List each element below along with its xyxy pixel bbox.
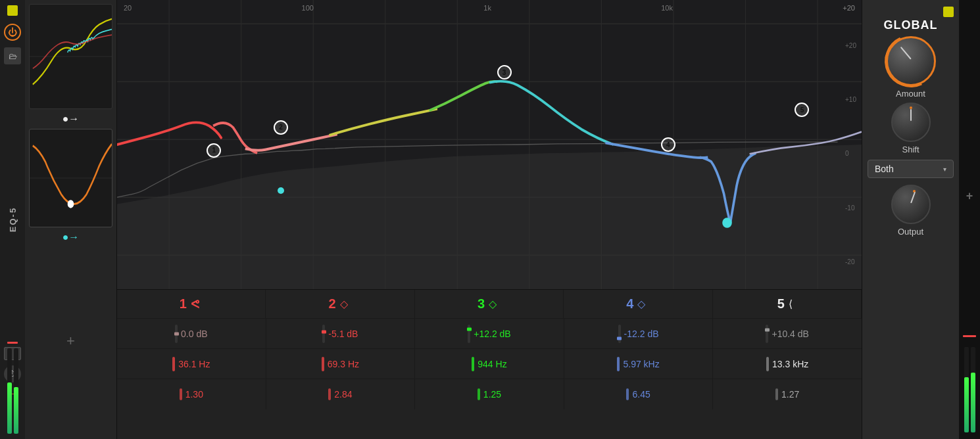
band3-number: 3 [478, 296, 485, 312]
band1-hz-cell[interactable]: 36.1 Hz [117, 349, 266, 379]
band2-db-cell[interactable]: -5.1 dB [266, 319, 416, 348]
band-node-5[interactable]: 5 [795, 103, 809, 117]
band3-icon: ◇ [489, 298, 497, 310]
waveform2-arrow[interactable]: ●→ [29, 230, 112, 244]
shift-knob-container: Shift [891, 103, 931, 154]
band3-q-cell[interactable]: 1.25 [415, 379, 564, 409]
left-clip-indicator [7, 342, 18, 344]
band4-db-cell[interactable]: -12.2 dB [564, 319, 714, 348]
output-knob-container: Output [891, 185, 931, 237]
band2-q-cell[interactable]: 2.84 [266, 379, 416, 409]
right-plus-top[interactable]: + [966, 189, 973, 203]
band5-icon: ⟨ [789, 298, 793, 310]
svg-point-18 [722, 218, 732, 228]
band2-number: 2 [329, 296, 336, 312]
band2-db-value: -5.1 dB [328, 329, 358, 339]
band3-header: 3 ◇ ▾ [415, 290, 564, 318]
band1-header: 1 ᕙ ▾ [117, 290, 266, 318]
band-node-1[interactable]: 1 [207, 143, 221, 158]
right-clip-indicator [963, 335, 976, 337]
band1-hz-value: 36.1 Hz [178, 359, 210, 369]
freq-labels: 20 100 1k 10k +20 [124, 4, 855, 12]
amount-knob[interactable] [886, 36, 936, 86]
band5-header: 5 ⟨ ▾ [713, 290, 862, 318]
band3-q-value: 1.25 [483, 389, 501, 400]
svg-point-2 [68, 200, 74, 208]
left-preview-panel: ●→ ●→ + [25, 0, 117, 439]
band5-db-value: +10.4 dB [772, 329, 808, 339]
yellow-corner-tr [943, 7, 954, 17]
waveform-preview-2 [29, 129, 112, 227]
band4-q-value: 6.45 [632, 389, 650, 400]
band3-db-value: +12.2 dB [474, 329, 510, 339]
band2-q-value: 2.84 [334, 389, 352, 400]
shift-knob[interactable] [891, 103, 931, 142]
band-controls: 1 ᕙ ▾ 2 ◇ ▾ 3 ◇ ▾ 4 ◇ ▾ [117, 289, 862, 439]
output-knob[interactable] [891, 185, 931, 224]
band5-number: 5 [777, 296, 785, 312]
band5-q-value: 1.27 [781, 389, 799, 400]
q-row: 1.30 2.84 1.25 6.45 1.27 [117, 379, 862, 409]
both-dropdown[interactable]: Both ▾ [868, 160, 954, 178]
band-node-2-handle[interactable] [278, 187, 284, 194]
right-global-panel: GLOBAL Amount Shift Both ▾ Ou [862, 0, 959, 439]
band5-q-cell[interactable]: 1.27 [713, 379, 862, 409]
yellow-indicator-top [7, 5, 18, 16]
band4-icon: ◇ [637, 298, 645, 310]
db-labels: +20 +10 0 -10 -20 [845, 18, 856, 289]
waveform-preview-1 [29, 4, 112, 109]
band-node-2[interactable]: 2 [274, 120, 288, 135]
band3-hz-value: 944 Hz [478, 359, 506, 369]
band1-q-cell[interactable]: 1.30 [117, 379, 266, 409]
band-node-4[interactable]: 4 [661, 137, 675, 152]
both-label: Both [875, 164, 894, 174]
band4-header: 4 ◇ ▾ [564, 290, 712, 318]
main-area: 20 100 1k 10k +20 +20 +10 0 -10 -20 [117, 0, 862, 439]
band3-db-cell[interactable]: +12.2 dB [415, 319, 564, 348]
left-sidebar: ⏻ 🗁 EQ-5 ⏱ → [0, 0, 25, 439]
band1-number: 1 [180, 296, 187, 312]
band4-hz-value: 5.97 kHz [623, 359, 659, 369]
global-label: GLOBAL [884, 18, 938, 32]
left-meters [7, 348, 18, 434]
plugin-label: EQ-5 [8, 207, 18, 232]
band-header-row: 1 ᕙ ▾ 2 ◇ ▾ 3 ◇ ▾ 4 ◇ ▾ [117, 290, 862, 319]
band2-hz-value: 69.3 Hz [328, 359, 359, 369]
right-meters [964, 347, 975, 432]
band4-hz-cell[interactable]: 5.97 kHz [564, 349, 714, 379]
waveform1-arrow[interactable]: ●→ [29, 112, 112, 126]
db-row: 0.0 dB -5.1 dB +12.2 dB -12.2 dB +10.4 d… [117, 319, 862, 349]
band-node-3[interactable]: 3 [497, 65, 512, 80]
band4-db-value: -12.2 dB [624, 329, 659, 339]
band3-hz-cell[interactable]: 944 Hz [415, 349, 564, 379]
band4-q-cell[interactable]: 6.45 [564, 379, 714, 409]
band2-hz-cell[interactable]: 69.3 Hz [266, 349, 416, 379]
band1-db-cell[interactable]: 0.0 dB [117, 319, 266, 348]
band1-db-value: 0.0 dB [181, 329, 207, 339]
band1-q-value: 1.30 [185, 389, 203, 400]
band1-icon: ᕙ [191, 297, 199, 312]
both-chevron: ▾ [943, 166, 946, 173]
amount-knob-container: Amount [886, 36, 936, 99]
add-band-button[interactable]: + [29, 247, 112, 435]
hz-row: 36.1 Hz 69.3 Hz 944 Hz 5.97 kHz 13.3 kHz [117, 349, 862, 379]
band5-hz-value: 13.3 kHz [772, 359, 808, 369]
band5-hz-cell[interactable]: 13.3 kHz [713, 349, 862, 379]
band5-db-cell[interactable]: +10.4 dB [713, 319, 862, 348]
power-button[interactable]: ⏻ [4, 24, 21, 41]
band2-icon: ◇ [340, 298, 348, 310]
eq-display[interactable]: 20 100 1k 10k +20 +20 +10 0 -10 -20 [117, 0, 862, 289]
right-sidebar: + [959, 0, 980, 439]
folder-button[interactable]: 🗁 [4, 47, 21, 64]
band4-number: 4 [626, 296, 633, 312]
output-label: Output [898, 227, 923, 237]
eq-curves [117, 0, 862, 289]
band2-header: 2 ◇ ▾ [266, 290, 414, 318]
shift-label: Shift [902, 145, 919, 154]
amount-label: Amount [896, 89, 925, 99]
